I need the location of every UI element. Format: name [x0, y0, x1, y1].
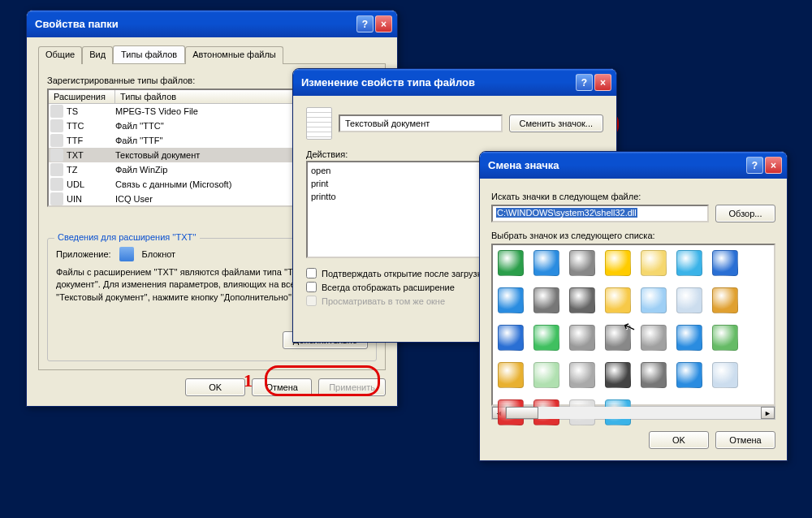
typename-input[interactable] — [339, 114, 503, 132]
search-label: Искать значки в следующем файле: — [491, 192, 775, 201]
ok-button[interactable]: OK — [185, 378, 245, 396]
scroll-track[interactable] — [506, 407, 761, 419]
icon-item[interactable] — [605, 362, 631, 388]
titlebar[interactable]: Смена значка ? × — [480, 152, 787, 179]
titlebar[interactable]: Изменение свойств типа файлов ? × — [293, 69, 616, 96]
icon-item[interactable] — [533, 325, 559, 351]
browse-button[interactable]: Обзор... — [715, 205, 775, 222]
cancel-button[interactable]: Отмена — [715, 431, 775, 449]
help-button[interactable]: ? — [576, 74, 593, 91]
icon-item[interactable] — [569, 250, 595, 276]
icon-item[interactable] — [569, 325, 595, 351]
icon-item[interactable] — [676, 287, 702, 313]
icon-item[interactable] — [641, 250, 667, 276]
file-icon — [50, 192, 63, 205]
file-icon — [50, 149, 63, 162]
application-label: Приложение: — [56, 249, 111, 259]
icon-grid[interactable]: ↖ — [491, 244, 775, 406]
help-button[interactable]: ? — [356, 15, 374, 32]
icon-item[interactable] — [533, 287, 559, 313]
icon-item[interactable] — [676, 362, 702, 388]
close-button[interactable]: × — [375, 15, 392, 32]
file-icon — [50, 134, 63, 147]
icon-item[interactable] — [498, 250, 524, 276]
scroll-right-button[interactable]: ► — [761, 407, 775, 419]
path-input[interactable]: C:\WINDOWS\system32\shell32.dll — [491, 205, 709, 222]
change-icon-button[interactable]: Сменить значок... — [509, 114, 604, 132]
icon-item[interactable] — [605, 287, 631, 313]
change-icon-window: Смена значка ? × Искать значки в следующ… — [479, 151, 788, 461]
icon-item[interactable] — [712, 250, 738, 276]
notepad-icon — [119, 247, 134, 261]
icon-item[interactable] — [676, 250, 702, 276]
icon-item[interactable] — [533, 362, 559, 388]
tab-filetypes[interactable]: Типы файлов — [113, 45, 185, 63]
icon-item[interactable] — [605, 250, 631, 276]
icon-item[interactable] — [605, 325, 631, 351]
file-icon — [50, 178, 63, 191]
details-legend: Сведения для расширения ''TXT'' — [54, 232, 200, 242]
scroll-thumb[interactable] — [506, 407, 538, 419]
icon-item[interactable] — [712, 362, 738, 388]
icon-item[interactable] — [712, 287, 738, 313]
titlebar[interactable]: Свойства папки ? × — [27, 11, 397, 37]
tab-general[interactable]: Общие — [38, 46, 82, 64]
horizontal-scrollbar[interactable]: ◄ ► — [491, 406, 775, 420]
icon-item[interactable] — [641, 325, 667, 351]
icon-item[interactable] — [498, 362, 524, 388]
apply-button[interactable]: Применить — [318, 378, 386, 396]
window-title: Свойства папки — [35, 18, 355, 30]
icon-item[interactable] — [569, 362, 595, 388]
file-icon — [50, 105, 63, 118]
cancel-button[interactable]: Отмена — [252, 378, 312, 396]
help-button[interactable]: ? — [746, 157, 763, 174]
tab-offline[interactable]: Автономные файлы — [185, 46, 283, 64]
icon-item[interactable] — [569, 287, 595, 313]
ok-button[interactable]: OK — [649, 431, 709, 449]
icon-item[interactable] — [641, 362, 667, 388]
choose-label: Выбрать значок из следующего списка: — [491, 231, 775, 240]
tab-view[interactable]: Вид — [82, 46, 113, 64]
file-icon — [50, 119, 63, 132]
icon-item[interactable] — [533, 250, 559, 276]
tabs: Общие Вид Типы файлов Автономные файлы — [38, 45, 386, 64]
file-icon — [50, 163, 63, 176]
icon-item[interactable] — [498, 325, 524, 351]
icon-item[interactable] — [712, 325, 738, 351]
close-button[interactable]: × — [594, 74, 611, 91]
icon-item[interactable] — [676, 325, 702, 351]
icon-item[interactable] — [641, 287, 667, 313]
col-extensions[interactable]: Расширения — [49, 90, 115, 103]
window-title: Изменение свойств типа файлов — [301, 76, 574, 88]
icon-item[interactable] — [498, 287, 524, 313]
close-button[interactable]: × — [765, 157, 782, 174]
window-title: Смена значка — [488, 159, 745, 171]
document-icon — [306, 107, 332, 140]
application-name: Блокнот — [142, 249, 176, 259]
